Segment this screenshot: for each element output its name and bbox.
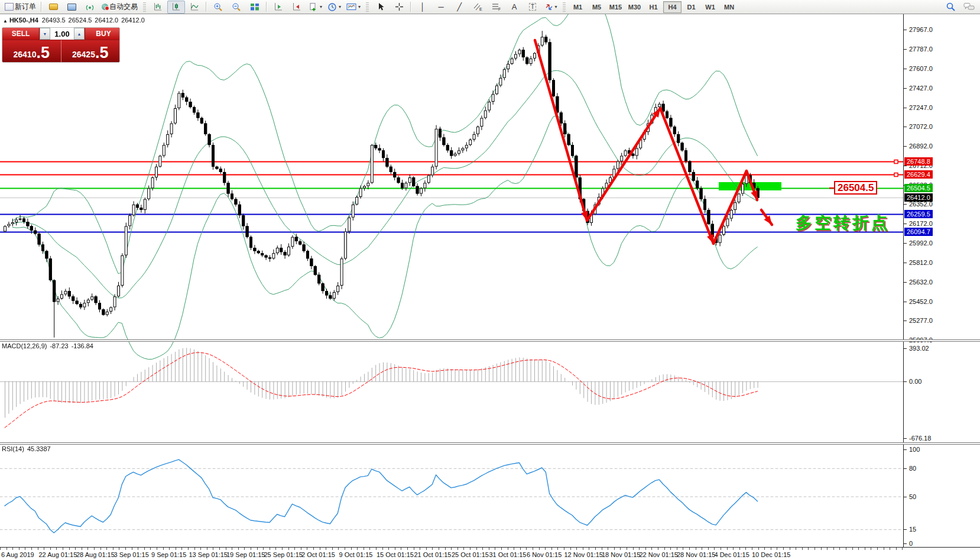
auto-scroll-button[interactable] <box>270 1 287 14</box>
cursor-icon <box>377 2 385 11</box>
separator <box>206 2 207 12</box>
rsi-tick-label: 0 <box>904 539 913 548</box>
signal-button[interactable] <box>81 1 99 14</box>
zoom-out-button[interactable] <box>228 1 245 14</box>
timeframe-d1[interactable]: D1 <box>682 1 700 13</box>
fibonacci-tool[interactable]: F <box>487 1 505 14</box>
toolbar-grip <box>143 2 146 12</box>
sell-price[interactable]: 26410.5 <box>2 40 61 62</box>
separator <box>266 2 267 12</box>
search-button[interactable] <box>942 1 959 14</box>
zoom-in-button[interactable] <box>209 1 227 14</box>
sell-button[interactable]: SELL <box>2 28 40 40</box>
separator <box>41 2 42 12</box>
arrows-tool[interactable]: ▾ <box>542 1 560 14</box>
price-level-tag: 26629.4 <box>904 170 933 179</box>
volume-input[interactable] <box>50 28 74 40</box>
bar-chart-mode-button[interactable] <box>149 1 167 14</box>
channel-tool[interactable]: E <box>469 1 486 14</box>
tile-windows-button[interactable] <box>246 1 264 14</box>
volume-up-button[interactable]: ▲ <box>74 28 85 40</box>
ohlc-close: 26412.0 <box>121 17 145 24</box>
price-tick-label: 25632.0 <box>904 278 933 286</box>
toolbar-grip <box>563 2 566 12</box>
candlestick-mode-button[interactable] <box>167 1 185 14</box>
new-chart-button[interactable]: ▾ <box>306 1 324 14</box>
timeframe-m30[interactable]: M30 <box>625 1 644 13</box>
cursor-tool-button[interactable] <box>372 1 390 14</box>
price-level-tag: 26412.0 <box>904 193 933 202</box>
timeframe-m5[interactable]: M5 <box>588 1 606 13</box>
fibonacci-icon: F <box>491 2 501 11</box>
timeframe-h4[interactable]: H4 <box>663 1 682 13</box>
vertical-line-tool[interactable]: │ <box>414 1 431 14</box>
svg-text:E: E <box>479 7 482 11</box>
timeframe-m15[interactable]: M15 <box>606 1 625 13</box>
ohlc-low: 26412.0 <box>95 17 118 24</box>
rsi-panel-separator[interactable] <box>0 442 980 445</box>
crosshair-tool-button[interactable] <box>390 1 408 14</box>
dropdown-caret: ▾ <box>555 4 557 9</box>
auto-trading-icon <box>102 4 108 10</box>
terminal-button[interactable] <box>63 1 80 14</box>
text-label-tool[interactable]: T <box>524 1 541 14</box>
buy-price[interactable]: 26425.5 <box>61 40 120 62</box>
macd-panel-separator[interactable] <box>0 339 980 342</box>
signal-icon <box>86 3 95 11</box>
price-tick-label: 26892.0 <box>904 142 933 150</box>
time-tick-label: 6 Aug 2019 <box>1 551 34 558</box>
price-chart-canvas[interactable] <box>0 14 903 547</box>
time-tick-label: 2 Oct 01:15 <box>301 551 335 558</box>
price-tick-label: 25992.0 <box>904 239 933 247</box>
timeframe-mn[interactable]: MN <box>720 1 738 13</box>
price-axis[interactable]: 27967.027787.027607.027427.027247.027072… <box>903 14 980 547</box>
new-order-button[interactable]: 新订单 <box>2 1 38 14</box>
time-tick-label: 22 Nov 01:15 <box>640 551 678 558</box>
line-chart-mode-button[interactable] <box>186 1 203 14</box>
gold-icon <box>49 4 58 10</box>
chat-button[interactable] <box>960 1 978 14</box>
toolbar: 新订单 自动交易 <box>0 0 980 14</box>
horizontal-line-tool[interactable]: ─ <box>432 1 450 14</box>
price-callout-label[interactable]: 26504.5 <box>834 181 877 195</box>
time-tick-label: 25 Oct 01:15 <box>452 551 489 558</box>
time-tick-label: 6 Nov 01:15 <box>527 551 562 558</box>
rsi-indicator-label: RSI(14)45.3387 <box>2 445 54 452</box>
price-tick-label: 27072.0 <box>904 122 933 131</box>
price-level-tag: 26094.7 <box>904 228 933 236</box>
auto-trading-button[interactable]: 自动交易 <box>99 1 140 14</box>
buy-button[interactable]: BUY <box>85 28 120 40</box>
period-button[interactable]: ▾ <box>325 1 343 14</box>
price-level-tag: 26259.5 <box>904 210 933 218</box>
time-axis[interactable]: 6 Aug 201922 Aug 01:1528 Aug 01:153 Sep … <box>0 547 980 560</box>
volume-down-button[interactable]: ▼ <box>40 28 50 40</box>
buy-price-fraction: .5 <box>95 45 109 61</box>
tick-direction-icon: ▲ <box>3 18 8 24</box>
time-tick-label: 10 Dec 01:15 <box>752 551 790 558</box>
template-icon <box>346 2 356 11</box>
timeframe-w1[interactable]: W1 <box>701 1 719 13</box>
rsi-name: RSI(14) <box>2 445 24 452</box>
text-tool[interactable]: A <box>505 1 523 14</box>
macd-indicator-label: MACD(12,26,9)-87.23-136.84 <box>2 342 96 349</box>
sell-price-main: 26410 <box>14 48 37 61</box>
sell-price-fraction: .5 <box>36 45 50 61</box>
mt4-terminal-window: 新订单 自动交易 <box>0 0 980 560</box>
trendline-icon: ╱ <box>457 2 462 11</box>
market-watch-button[interactable] <box>44 1 62 14</box>
tile-windows-icon <box>250 2 259 11</box>
macd-name: MACD(12,26,9) <box>2 342 47 349</box>
price-level-tag: 26748.8 <box>904 157 933 166</box>
timeframe-m1[interactable]: M1 <box>569 1 587 13</box>
trendline-tool[interactable]: ╱ <box>450 1 468 14</box>
symbol-info: ▲HK50-,H426493.526524.526412.026412.0 <box>3 17 148 24</box>
timeframe-h1[interactable]: H1 <box>644 1 663 13</box>
chart-shift-button[interactable] <box>288 1 306 14</box>
template-button[interactable]: ▾ <box>344 1 363 14</box>
zoom-out-icon <box>232 2 241 12</box>
turning-point-annotation[interactable]: 多空转折点 <box>796 212 890 234</box>
new-chart-icon <box>309 2 318 12</box>
price-tick-label: 27247.0 <box>904 103 933 112</box>
separator <box>410 2 411 12</box>
line-chart-icon <box>190 2 199 11</box>
